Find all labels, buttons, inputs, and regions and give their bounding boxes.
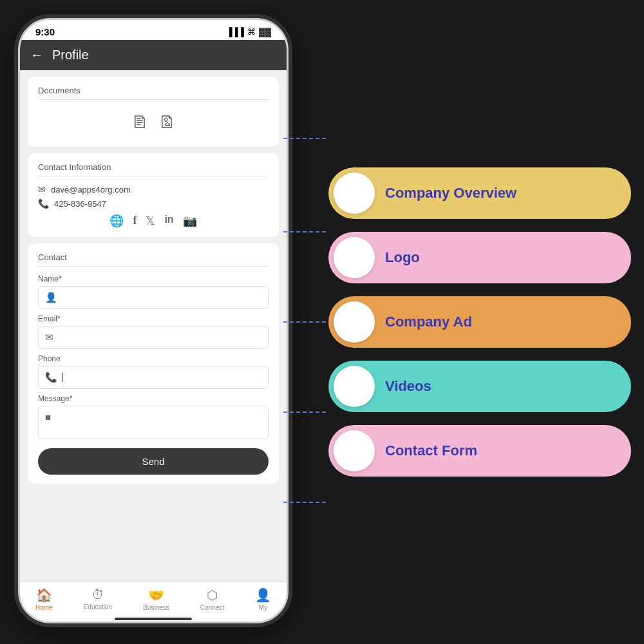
- videos-pill[interactable]: Videos: [328, 361, 631, 412]
- contact-form-label: Contact Form: [385, 442, 477, 459]
- company-ad-label: Company Ad: [385, 314, 472, 330]
- phone-field-label: Phone: [38, 354, 269, 363]
- signal-icon: ▐▐▐: [226, 27, 244, 37]
- nav-connect[interactable]: ⬡ Connect: [200, 587, 224, 611]
- social-icons-row: 🌐 f 𝕏 in 📷: [38, 214, 269, 228]
- logo-pill[interactable]: Logo: [328, 232, 631, 283]
- education-icon: ⏱: [91, 587, 104, 602]
- envelope-icon: ✉: [45, 332, 53, 343]
- nav-my[interactable]: 👤 My: [255, 587, 271, 611]
- phone-icon: 📞: [38, 198, 49, 209]
- email-input[interactable]: ✉: [38, 326, 269, 349]
- message-icon: ■: [45, 412, 51, 422]
- phone-value: 425-836-9547: [54, 199, 106, 209]
- logo-circle: [334, 237, 375, 278]
- send-button[interactable]: Send: [38, 448, 269, 475]
- page-title: Profile: [52, 48, 89, 62]
- doc-icons-row: 🖹 🖻: [38, 108, 269, 138]
- nav-business-label: Business: [143, 604, 169, 611]
- battery-icon: ▓▓: [259, 27, 271, 37]
- contact-form-title: Contact: [38, 252, 269, 267]
- contact-form-pill[interactable]: Contact Form: [328, 425, 631, 477]
- videos-circle: [334, 366, 375, 407]
- documents-section: Documents 🖹 🖻: [28, 77, 279, 147]
- contact-form-circle: [334, 430, 375, 471]
- linkedin-icon[interactable]: in: [164, 214, 173, 228]
- phone-content: Documents 🖹 🖻 Contact Information ✉ dave…: [20, 70, 287, 582]
- company-ad-circle: [334, 301, 375, 343]
- home-icon: 🏠: [36, 587, 52, 603]
- nav-connect-label: Connect: [200, 604, 224, 611]
- phone-field-icon: 📞: [45, 372, 57, 383]
- document-icon-2[interactable]: 🖻: [158, 113, 175, 133]
- email-row: ✉ dave@apps4org.com: [38, 184, 269, 194]
- phone-frame: 9:30 ▐▐▐ ⌘ ▓▓ ← Profile Documents 🖹 🖻 Co…: [18, 18, 289, 623]
- nav-my-label: My: [259, 604, 267, 611]
- contact-info-title: Contact Information: [38, 162, 269, 176]
- contact-info-section: Contact Information ✉ dave@apps4org.com …: [28, 153, 279, 237]
- status-bar: 9:30 ▐▐▐ ⌘ ▓▓: [20, 20, 287, 40]
- person-icon: 👤: [45, 292, 57, 303]
- business-icon: 🤝: [148, 587, 164, 603]
- bottom-nav: 🏠 Home ⏱ Education 🤝 Business ⬡ Connect …: [20, 582, 287, 614]
- home-indicator: [115, 618, 192, 620]
- phone-input[interactable]: 📞: [38, 366, 269, 389]
- nav-education[interactable]: ⏱ Education: [84, 587, 112, 611]
- nav-business[interactable]: 🤝 Business: [143, 587, 169, 611]
- logo-label: Logo: [385, 249, 420, 266]
- email-icon: ✉: [38, 184, 46, 194]
- facebook-icon[interactable]: f: [133, 214, 137, 228]
- twitter-icon[interactable]: 𝕏: [146, 214, 155, 228]
- text-cursor: [62, 373, 63, 382]
- company-overview-label: Company Overview: [385, 185, 516, 202]
- my-icon: 👤: [255, 587, 271, 603]
- wifi-icon: ⌘: [247, 27, 256, 37]
- top-bar: ← Profile: [20, 40, 287, 70]
- company-overview-pill[interactable]: Company Overview: [328, 167, 631, 219]
- name-label: Name*: [38, 274, 269, 283]
- status-time: 9:30: [35, 26, 55, 37]
- phone-row: 📞 425-836-9547: [38, 198, 269, 209]
- name-input[interactable]: 👤: [38, 286, 269, 309]
- nav-home[interactable]: 🏠 Home: [35, 587, 53, 611]
- message-label: Message*: [38, 394, 269, 403]
- email-field-label: Email*: [38, 314, 269, 323]
- contact-form-section: Contact Name* 👤 Email* ✉ Phone 📞 Messa: [28, 243, 279, 484]
- company-overview-circle: [334, 173, 375, 214]
- document-icon-1[interactable]: 🖹: [131, 113, 148, 133]
- message-input[interactable]: ■: [38, 406, 269, 439]
- back-button[interactable]: ←: [30, 48, 43, 62]
- labels-panel: Company Overview Logo Company Ad Videos …: [316, 0, 644, 644]
- status-icons: ▐▐▐ ⌘ ▓▓: [226, 27, 271, 37]
- nav-education-label: Education: [84, 603, 112, 611]
- nav-home-label: Home: [35, 604, 53, 611]
- globe-icon[interactable]: 🌐: [109, 214, 124, 228]
- company-ad-pill[interactable]: Company Ad: [328, 296, 631, 348]
- connect-icon: ⬡: [207, 587, 218, 603]
- instagram-icon[interactable]: 📷: [183, 214, 197, 228]
- documents-title: Documents: [38, 86, 269, 100]
- videos-label: Videos: [385, 378, 431, 395]
- email-value: dave@apps4org.com: [51, 185, 131, 194]
